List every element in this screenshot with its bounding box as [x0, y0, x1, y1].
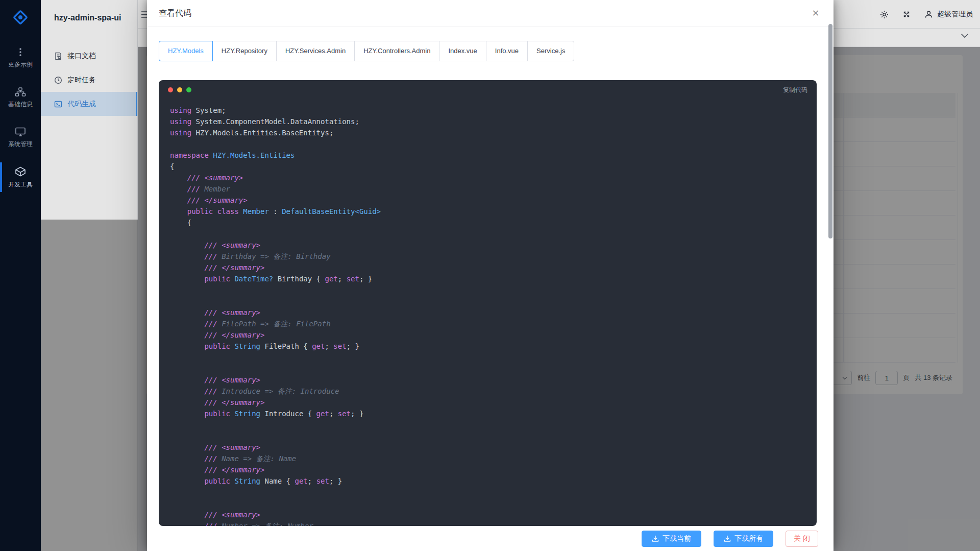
close-icon[interactable]: ✕ — [810, 8, 821, 19]
code-line: /// Member — [170, 183, 817, 195]
code-line: /// FilePath => 备注: FilePath — [170, 318, 817, 329]
tab-HZY.Repository[interactable]: HZY.Repository — [212, 41, 277, 61]
code-window-header: 复制代码 — [159, 80, 817, 100]
code-line: /// </summary> — [170, 262, 817, 273]
code-line: /// </summary> — [170, 195, 817, 206]
download-icon — [652, 535, 659, 542]
code-line: { — [170, 161, 817, 172]
app-logo[interactable] — [0, 0, 41, 35]
code-file-tabs: HZY.ModelsHZY.RepositoryHZY.Services.Adm… — [159, 41, 834, 61]
code-line: /// <summary> — [170, 374, 817, 386]
download-current-label: 下载当前 — [663, 534, 691, 543]
code-content: using System;using System.ComponentModel… — [159, 100, 817, 526]
code-line: using System; — [170, 105, 817, 116]
code-line: public String Name { get; set; } — [170, 475, 817, 487]
tab-Info.vue[interactable]: Info.vue — [486, 41, 528, 61]
code-line — [170, 352, 817, 363]
code-line: public String Introduce { get; set; } — [170, 408, 817, 419]
code-line: /// <summary> — [170, 509, 817, 520]
code-line: public class Member : DefaultBaseEntity<… — [170, 206, 817, 217]
more-dots-icon — [15, 47, 26, 57]
modal-overlay-sidebar — [41, 220, 138, 551]
cube-icon — [15, 166, 26, 177]
copy-code-button[interactable]: 复制代码 — [783, 86, 807, 94]
code-line — [170, 296, 817, 307]
code-line: /// </summary> — [170, 397, 817, 408]
sidebar-item-system-manage[interactable]: 系统管理 — [0, 121, 41, 154]
org-icon — [15, 87, 26, 97]
code-line: /// </summary> — [170, 464, 817, 475]
tab-HZY.Controllers.Admin[interactable]: HZY.Controllers.Admin — [354, 41, 439, 61]
download-current-button[interactable]: 下载当前 — [642, 531, 701, 547]
code-line — [170, 284, 817, 296]
sidebar-item-label: 开发工具 — [8, 180, 33, 189]
monitor-icon — [15, 127, 26, 137]
dialog-header: 查看代码 ✕ — [147, 0, 834, 27]
sidebar-item-label: 基础信息 — [8, 100, 33, 109]
icon-sidebar: 更多示例 基础信息 系统管理 开发工具 — [0, 0, 41, 551]
tab-Index.vue[interactable]: Index.vue — [439, 41, 486, 61]
code-line — [170, 487, 817, 498]
modal-scrollbar-thumb[interactable] — [828, 24, 832, 238]
code-line: /// Number => 备注: Number — [170, 520, 817, 526]
sidebar-item-label: 更多示例 — [8, 60, 33, 69]
code-line: public DateTime? Birthday { get; set; } — [170, 273, 817, 284]
diamond-logo-icon — [10, 7, 31, 28]
tab-HZY.Services.Admin[interactable]: HZY.Services.Admin — [276, 41, 355, 61]
code-line: /// <summary> — [170, 172, 817, 183]
code-line: /// Name => 备注: Name — [170, 453, 817, 464]
code-line: /// Introduce => 备注: Introduce — [170, 386, 817, 397]
dialog-title: 查看代码 — [159, 8, 191, 19]
code-line — [170, 430, 817, 442]
tab-Service.js[interactable]: Service.js — [527, 41, 574, 61]
sidebar-item-dev-tools[interactable]: 开发工具 — [0, 160, 41, 194]
code-window: 复制代码 using System;using System.Component… — [159, 80, 817, 526]
code-line: using HZY.Models.Entities.BaseEntitys; — [170, 127, 817, 138]
code-line: public String FilePath { get; set; } — [170, 341, 817, 352]
close-dialog-button[interactable]: 关 闭 — [786, 531, 818, 547]
code-line: /// </summary> — [170, 329, 817, 341]
sidebar-item-base-info[interactable]: 基础信息 — [0, 81, 41, 114]
app-root: { "app": { "accent_color": "#409eff", "d… — [0, 0, 980, 551]
sidebar-item-more-examples[interactable]: 更多示例 — [0, 41, 41, 75]
tab-HZY.Models[interactable]: HZY.Models — [159, 41, 213, 61]
code-line — [170, 138, 817, 150]
code-line: /// Birthday => 备注: Birthday — [170, 251, 817, 262]
code-line — [170, 363, 817, 374]
window-dot-red-icon — [168, 87, 173, 92]
code-line: using System.ComponentModel.DataAnnotati… — [170, 116, 817, 127]
dialog-footer: 下载当前 下载所有 关 闭 — [147, 526, 834, 551]
sidebar-item-label: 系统管理 — [8, 140, 33, 149]
code-line: namespace HZY.Models.Entities — [170, 150, 817, 161]
code-line — [170, 419, 817, 430]
download-all-button[interactable]: 下载所有 — [714, 531, 773, 547]
download-icon — [724, 535, 731, 542]
code-line: { — [170, 217, 817, 228]
window-dot-yellow-icon — [177, 87, 182, 92]
window-dot-green-icon — [186, 87, 191, 92]
code-line — [170, 498, 817, 509]
code-line: /// <summary> — [170, 239, 817, 251]
code-line: /// <summary> — [170, 442, 817, 453]
code-line: /// <summary> — [170, 307, 817, 318]
code-line — [170, 228, 817, 239]
download-all-label: 下载所有 — [734, 534, 763, 543]
view-code-dialog: 查看代码 ✕ HZY.ModelsHZY.RepositoryHZY.Servi… — [147, 0, 834, 551]
